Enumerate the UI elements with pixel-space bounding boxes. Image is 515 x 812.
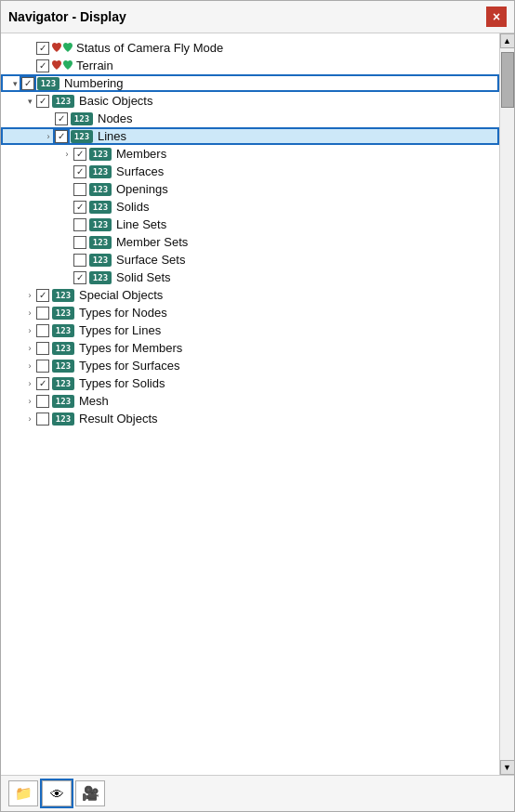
chevron-lines[interactable]: ›	[42, 130, 55, 143]
checkbox-lines[interactable]	[55, 130, 68, 143]
checkbox-solid-sets[interactable]	[73, 271, 86, 284]
num-badge-line-sets: 123	[89, 218, 112, 231]
checkbox-line-sets[interactable]	[73, 218, 86, 231]
tree-item-types-lines[interactable]: ›123Types for Lines	[1, 321, 499, 339]
bottom-bar: 📁 👁 🎥	[1, 775, 514, 811]
checkbox-special-objects[interactable]	[36, 289, 49, 302]
num-badge-nodes: 123	[71, 112, 93, 125]
tree-item-mesh[interactable]: ›123Mesh	[1, 392, 499, 410]
tree-item-camera-fly[interactable]: Status of Camera Fly Mode	[1, 39, 499, 57]
chevron-types-lines[interactable]: ›	[23, 324, 36, 337]
close-button[interactable]: ×	[486, 7, 507, 27]
chevron-types-surfaces[interactable]: ›	[23, 360, 36, 373]
tree-item-types-surfaces[interactable]: ›123Types for Surfaces	[1, 357, 499, 374]
num-badge-types-surfaces: 123	[52, 360, 74, 373]
camera-button[interactable]: 🎥	[75, 780, 105, 806]
checkbox-types-solids[interactable]	[36, 377, 49, 390]
item-label-mesh: Mesh	[79, 394, 109, 408]
camera-icon: 🎥	[82, 785, 99, 802]
num-badge-special-objects: 123	[52, 289, 74, 302]
num-badge-surfaces: 123	[89, 165, 112, 178]
num-badge-members: 123	[89, 148, 112, 161]
item-label-types-solids: Types for Solids	[79, 376, 165, 390]
eye-button[interactable]: 👁	[42, 780, 72, 806]
hearts-icon-terrain	[52, 59, 73, 72]
tree-item-surface-sets[interactable]: 123Surface Sets	[1, 251, 499, 268]
tree-item-solid-sets[interactable]: 123Solid Sets	[1, 268, 499, 286]
item-label-lines: Lines	[98, 129, 126, 143]
eye-icon: 👁	[50, 786, 64, 802]
chevron-types-solids[interactable]: ›	[23, 377, 36, 390]
checkbox-terrain[interactable]	[36, 59, 49, 72]
tree-item-types-nodes[interactable]: ›123Types for Nodes	[1, 304, 499, 321]
checkbox-result-objects[interactable]	[36, 413, 49, 426]
scrollbar[interactable]: ▲ ▼	[499, 33, 514, 775]
num-badge-mesh: 123	[52, 395, 74, 408]
num-badge-numbering: 123	[37, 77, 59, 90]
checkbox-member-sets[interactable]	[73, 236, 86, 249]
item-label-types-members: Types for Members	[79, 341, 182, 355]
num-badge-types-solids: 123	[52, 377, 74, 390]
tree-item-members[interactable]: ›123Members	[1, 145, 499, 163]
folder-button[interactable]: 📁	[8, 780, 38, 806]
tree-item-line-sets[interactable]: 123Line Sets	[1, 216, 499, 233]
checkbox-members[interactable]	[73, 148, 86, 161]
item-label-members: Members	[116, 147, 166, 161]
num-badge-lines: 123	[71, 130, 93, 143]
item-label-result-objects: Result Objects	[79, 412, 158, 426]
checkbox-numbering[interactable]	[21, 77, 34, 90]
tree-item-solids[interactable]: 123Solids	[1, 198, 499, 216]
num-badge-types-lines: 123	[52, 324, 74, 337]
chevron-members[interactable]: ›	[60, 148, 73, 161]
chevron-special-objects[interactable]: ›	[23, 289, 36, 302]
chevron-types-members[interactable]: ›	[23, 342, 36, 355]
checkbox-types-members[interactable]	[36, 342, 49, 355]
checkbox-types-lines[interactable]	[36, 324, 49, 337]
num-badge-result-objects: 123	[52, 413, 74, 426]
item-label-terrain: Terrain	[76, 59, 113, 72]
folder-icon: 📁	[15, 785, 33, 802]
item-label-solid-sets: Solid Sets	[116, 270, 171, 284]
checkbox-nodes[interactable]	[55, 112, 68, 125]
item-label-special-objects: Special Objects	[79, 288, 163, 302]
chevron-result-objects[interactable]: ›	[23, 413, 36, 426]
tree-item-special-objects[interactable]: ›123Special Objects	[1, 286, 499, 304]
chevron-types-nodes[interactable]: ›	[23, 307, 36, 320]
checkbox-surface-sets[interactable]	[73, 254, 86, 267]
tree-item-lines[interactable]: ›123Lines	[1, 127, 499, 145]
checkbox-types-surfaces[interactable]	[36, 360, 49, 373]
item-label-basic-objects: Basic Objects	[79, 94, 152, 108]
tree-item-numbering[interactable]: ▾123Numbering	[1, 74, 499, 92]
checkbox-mesh[interactable]	[36, 395, 49, 408]
checkbox-camera-fly[interactable]	[36, 42, 49, 55]
checkbox-types-nodes[interactable]	[36, 307, 49, 320]
item-label-member-sets: Member Sets	[116, 235, 188, 249]
content-area: Status of Camera Fly ModeTerrain▾123Numb…	[1, 33, 514, 775]
tree-item-surfaces[interactable]: 123Surfaces	[1, 163, 499, 180]
scroll-up-arrow[interactable]: ▲	[500, 33, 515, 48]
item-label-line-sets: Line Sets	[116, 217, 166, 231]
num-badge-types-members: 123	[52, 342, 74, 355]
item-label-camera-fly: Status of Camera Fly Mode	[76, 41, 223, 55]
tree-item-types-solids[interactable]: ›123Types for Solids	[1, 374, 499, 392]
tree-item-member-sets[interactable]: 123Member Sets	[1, 233, 499, 251]
tree-item-result-objects[interactable]: ›123Result Objects	[1, 410, 499, 427]
title-bar: Navigator - Display ×	[1, 1, 514, 33]
checkbox-basic-objects[interactable]	[36, 95, 49, 108]
tree-item-openings[interactable]: 123Openings	[1, 180, 499, 198]
chevron-basic-objects[interactable]: ▾	[23, 95, 36, 108]
chevron-mesh[interactable]: ›	[23, 395, 36, 408]
chevron-numbering[interactable]: ▾	[8, 77, 21, 90]
tree-item-types-members[interactable]: ›123Types for Members	[1, 339, 499, 357]
scroll-down-arrow[interactable]: ▼	[500, 760, 515, 775]
checkbox-openings[interactable]	[73, 183, 86, 196]
item-label-types-lines: Types for Lines	[79, 323, 161, 337]
checkbox-solids[interactable]	[73, 201, 86, 214]
tree-panel: Status of Camera Fly ModeTerrain▾123Numb…	[1, 33, 499, 775]
tree-item-terrain[interactable]: Terrain	[1, 57, 499, 74]
scroll-thumb[interactable]	[501, 52, 514, 108]
checkbox-surfaces[interactable]	[73, 165, 86, 178]
tree-item-nodes[interactable]: 123Nodes	[1, 110, 499, 127]
num-badge-solid-sets: 123	[89, 271, 112, 284]
tree-item-basic-objects[interactable]: ▾123Basic Objects	[1, 92, 499, 110]
